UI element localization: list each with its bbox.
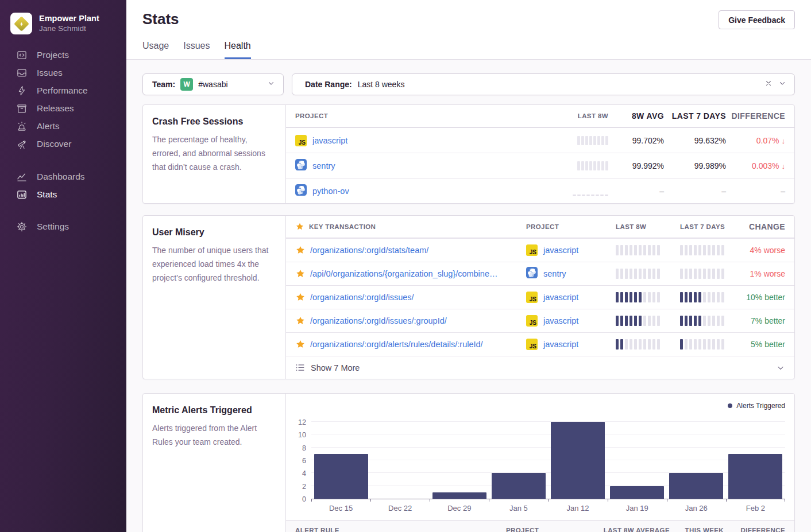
sidebar-item-label: Releases <box>37 103 74 114</box>
sidebar-item-dashboards[interactable]: Dashboards <box>0 168 126 185</box>
key-transaction-star-icon[interactable] <box>295 292 310 302</box>
sparkline <box>577 136 608 145</box>
panel-title: Metric Alerts Triggered <box>152 405 275 415</box>
key-transaction-star-icon[interactable] <box>295 339 310 350</box>
clear-icon[interactable] <box>764 79 773 90</box>
sidebar-item-label: Projects <box>37 50 69 60</box>
panel-subtext: Alerts triggered from the Alert Rules yo… <box>152 421 275 449</box>
column-header: PROJECT <box>295 112 539 119</box>
main-area: Stats Give Feedback Usage Issues Health … <box>126 0 811 532</box>
sidebar-item-alerts[interactable]: Alerts <box>0 117 126 135</box>
user-misery-table: KEY TRANSACTION PROJECT LAST 8W LAST 7 D… <box>286 216 794 379</box>
project-link[interactable]: sentry <box>543 269 566 278</box>
key-transaction-star-icon[interactable] <box>295 269 310 279</box>
change-value: 7% better <box>726 316 785 325</box>
chart-bar <box>610 486 664 499</box>
avg-8w-value: – <box>608 187 664 196</box>
misery-score-bar <box>616 245 662 255</box>
sidebar-item-projects[interactable]: Projects <box>0 46 126 64</box>
alert-rules-table-header: ALERT RULE PROJECT LAST 8W AVERAGE THIS … <box>286 520 794 532</box>
project-link[interactable]: javascript <box>543 340 578 349</box>
transaction-link[interactable]: /organizations/:orgId/stats/team/ <box>310 246 526 255</box>
project-link[interactable]: sentry <box>312 161 335 170</box>
sidebar-item-discover[interactable]: Discover <box>0 135 126 153</box>
sidebar-item-releases[interactable]: Releases <box>0 99 126 117</box>
project-link[interactable]: javascript <box>543 293 578 302</box>
transaction-link[interactable]: /organizations/:orgId/alerts/rules/detai… <box>310 340 526 349</box>
sidebar-item-label: Alerts <box>37 121 60 131</box>
sidebar-item-issues[interactable]: Issues <box>0 64 126 81</box>
misery-score-bar <box>680 269 726 279</box>
misery-score-bar <box>616 269 662 279</box>
sidebar: Empower Plant Jane Schmidt Projects Issu… <box>0 0 126 532</box>
javascript-platform-icon: JS <box>526 315 538 327</box>
legend-label: Alerts Triggered <box>736 402 785 410</box>
chart-bar <box>492 473 546 499</box>
column-header: THIS WEEK <box>670 527 724 532</box>
date-range-select[interactable]: Date Range: Last 8 weeks <box>292 73 795 95</box>
column-header: LAST 7 DAYS <box>680 223 726 230</box>
sidebar-nav-secondary: Dashboards Stats <box>0 168 126 203</box>
table-row: JS javascript 99.702% 99.632% 0.07%↓ <box>286 127 794 153</box>
filters-row: Team: W #wasabi Date Range: Last 8 weeks <box>142 73 795 95</box>
team-select[interactable]: Team: W #wasabi <box>142 73 284 95</box>
legend-dot-icon <box>728 403 732 408</box>
sidebar-item-performance[interactable]: Performance <box>0 81 126 99</box>
panel-subtext: The number of unique users that experien… <box>152 243 275 285</box>
project-link[interactable]: javascript <box>543 246 578 255</box>
column-header: CHANGE <box>726 222 785 231</box>
last-7d-value: – <box>664 187 726 196</box>
alerts-triggered-bar-chart: 024681012Dec 15Dec 22Dec 29Jan 5Jan 12Ja… <box>311 414 785 499</box>
table-row: /organizations/:orgId/stats/team/ JSjava… <box>286 238 794 262</box>
org-dropdown[interactable]: Empower Plant Jane Schmidt <box>0 0 126 34</box>
change-value: 10% better <box>726 293 785 302</box>
sparkline <box>573 187 608 196</box>
team-avatar: W <box>180 78 193 91</box>
change-value: 5% better <box>726 340 785 349</box>
last-7d-value: 99.989% <box>664 161 726 170</box>
misery-score-bar <box>680 245 726 255</box>
chevron-down-icon <box>778 79 786 90</box>
star-icon <box>295 222 304 231</box>
column-header: LAST 8W <box>539 112 608 119</box>
user-name: Jane Schmidt <box>39 24 99 34</box>
empower-plant-gem-icon <box>14 16 29 32</box>
transaction-link[interactable]: /organizations/:orgId/issues/ <box>310 293 526 302</box>
date-range-label: Date Range: <box>305 80 352 89</box>
org-name: Empower Plant <box>39 13 99 24</box>
avg-8w-value: 99.992% <box>608 161 664 170</box>
project-link[interactable]: python-ov <box>312 187 349 196</box>
chart-legend[interactable]: Alerts Triggered <box>295 402 785 410</box>
app: Empower Plant Jane Schmidt Projects Issu… <box>0 0 811 532</box>
crash-free-sessions-panel: Crash Free Sessions The percentage of he… <box>142 104 795 204</box>
down-arrow-icon: ↓ <box>782 137 786 145</box>
archive-box-icon <box>16 103 28 114</box>
misery-score-bar <box>616 316 662 326</box>
chevron-down-icon <box>267 79 275 90</box>
key-transaction-star-icon[interactable] <box>295 316 310 326</box>
key-transaction-star-icon[interactable] <box>295 245 310 255</box>
user-misery-panel: User Misery The number of unique users t… <box>142 215 795 379</box>
sidebar-item-stats[interactable]: Stats <box>0 185 126 203</box>
avg-8w-value: 99.702% <box>608 136 664 145</box>
project-link[interactable]: javascript <box>312 136 347 145</box>
project-link[interactable]: javascript <box>543 316 578 325</box>
misery-score-bar <box>680 292 726 302</box>
tab-health[interactable]: Health <box>225 41 251 59</box>
page-title: Stats <box>142 10 179 28</box>
sidebar-item-label: Dashboards <box>37 172 85 182</box>
tab-usage[interactable]: Usage <box>142 41 169 59</box>
tab-issues[interactable]: Issues <box>183 41 210 59</box>
give-feedback-button[interactable]: Give Feedback <box>719 10 795 29</box>
sidebar-item-settings[interactable]: Settings <box>0 218 126 235</box>
transaction-link[interactable]: /organizations/:orgId/issues/:groupId/ <box>310 316 526 325</box>
chart-bar <box>728 454 782 499</box>
panel-description: User Misery The number of unique users t… <box>143 216 286 379</box>
transaction-link[interactable]: /api/0/organizations/{organization_slug}… <box>310 269 526 278</box>
column-header: DIFFERENCE <box>724 527 785 532</box>
panel-title: User Misery <box>152 227 275 238</box>
difference-value: 0.07%↓ <box>726 136 785 145</box>
difference-value: – <box>726 187 785 196</box>
javascript-platform-icon: JS <box>295 135 307 146</box>
show-more-button[interactable]: Show 7 More <box>286 356 794 379</box>
